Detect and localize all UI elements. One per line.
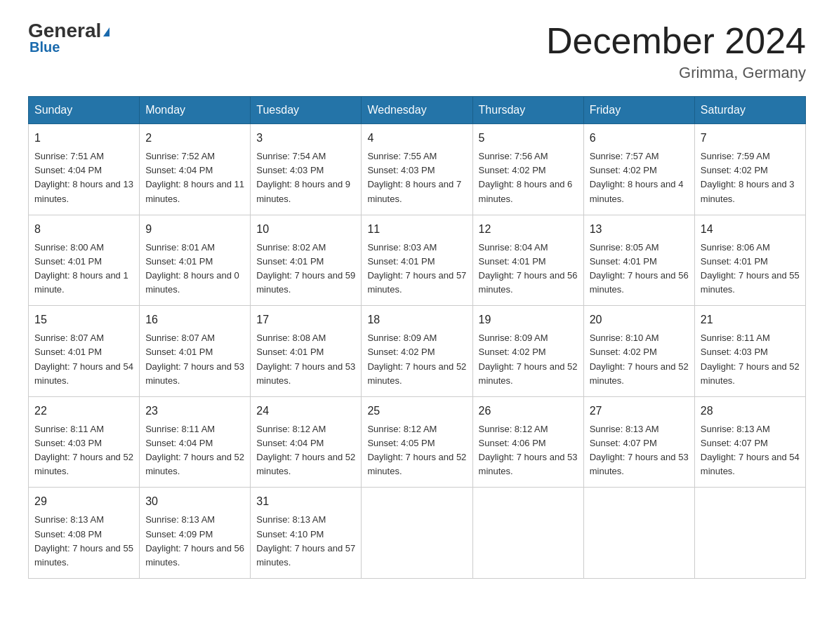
day-info: Sunrise: 8:04 AMSunset: 4:01 PMDaylight:… <box>479 242 578 295</box>
day-cell-1: 1Sunrise: 7:51 AMSunset: 4:04 PMDaylight… <box>29 124 140 215</box>
day-info: Sunrise: 7:55 AMSunset: 4:03 PMDaylight:… <box>367 151 461 203</box>
day-info: Sunrise: 8:13 AMSunset: 4:10 PMDaylight:… <box>256 514 355 567</box>
day-info: Sunrise: 7:51 AMSunset: 4:04 PMDaylight:… <box>34 151 133 203</box>
day-info: Sunrise: 8:00 AMSunset: 4:01 PMDaylight:… <box>34 242 128 295</box>
day-info: Sunrise: 8:03 AMSunset: 4:01 PMDaylight:… <box>367 242 466 295</box>
day-info: Sunrise: 8:11 AMSunset: 4:03 PMDaylight:… <box>701 333 800 385</box>
day-cell-8: 8Sunrise: 8:00 AMSunset: 4:01 PMDaylight… <box>29 215 140 306</box>
day-cell-13: 13Sunrise: 8:05 AMSunset: 4:01 PMDayligh… <box>583 215 694 306</box>
col-header-monday: Monday <box>140 97 251 124</box>
day-info: Sunrise: 8:01 AMSunset: 4:01 PMDaylight:… <box>145 242 239 295</box>
day-cell-18: 18Sunrise: 8:09 AMSunset: 4:02 PMDayligh… <box>362 306 472 397</box>
day-info: Sunrise: 8:02 AMSunset: 4:01 PMDaylight:… <box>256 242 355 295</box>
day-info: Sunrise: 7:54 AMSunset: 4:03 PMDaylight:… <box>256 151 350 203</box>
day-number: 13 <box>590 221 689 238</box>
day-cell-15: 15Sunrise: 8:07 AMSunset: 4:01 PMDayligh… <box>29 306 140 397</box>
day-number: 25 <box>367 403 466 420</box>
day-number: 28 <box>701 403 800 420</box>
day-number: 29 <box>34 493 133 510</box>
day-cell-27: 27Sunrise: 8:13 AMSunset: 4:07 PMDayligh… <box>583 396 694 488</box>
location: Grimma, Germany <box>546 64 806 82</box>
day-number: 20 <box>590 311 689 328</box>
day-number: 21 <box>701 311 800 328</box>
empty-cell <box>583 488 694 579</box>
day-cell-19: 19Sunrise: 8:09 AMSunset: 4:02 PMDayligh… <box>472 306 583 397</box>
week-row-1: 1Sunrise: 7:51 AMSunset: 4:04 PMDaylight… <box>29 124 806 215</box>
day-number: 31 <box>256 493 355 510</box>
day-info: Sunrise: 7:56 AMSunset: 4:02 PMDaylight:… <box>479 151 573 203</box>
col-header-wednesday: Wednesday <box>362 97 472 124</box>
day-info: Sunrise: 8:07 AMSunset: 4:01 PMDaylight:… <box>145 333 244 385</box>
day-cell-31: 31Sunrise: 8:13 AMSunset: 4:10 PMDayligh… <box>251 488 362 579</box>
day-info: Sunrise: 7:52 AMSunset: 4:04 PMDaylight:… <box>145 151 244 203</box>
day-info: Sunrise: 8:09 AMSunset: 4:02 PMDaylight:… <box>367 333 466 385</box>
day-cell-11: 11Sunrise: 8:03 AMSunset: 4:01 PMDayligh… <box>362 215 472 306</box>
day-cell-26: 26Sunrise: 8:12 AMSunset: 4:06 PMDayligh… <box>472 396 583 488</box>
day-number: 8 <box>34 221 133 238</box>
day-cell-6: 6Sunrise: 7:57 AMSunset: 4:02 PMDaylight… <box>583 124 694 215</box>
day-cell-23: 23Sunrise: 8:11 AMSunset: 4:04 PMDayligh… <box>140 396 251 488</box>
day-number: 24 <box>256 403 355 420</box>
day-number: 17 <box>256 311 355 328</box>
day-number: 22 <box>34 403 133 420</box>
day-cell-24: 24Sunrise: 8:12 AMSunset: 4:04 PMDayligh… <box>251 396 362 488</box>
day-number: 7 <box>701 130 800 147</box>
day-info: Sunrise: 8:12 AMSunset: 4:04 PMDaylight:… <box>256 424 355 476</box>
day-number: 5 <box>479 130 578 147</box>
day-cell-30: 30Sunrise: 8:13 AMSunset: 4:09 PMDayligh… <box>140 488 251 579</box>
day-info: Sunrise: 8:13 AMSunset: 4:07 PMDaylight:… <box>701 424 800 476</box>
title-block: December 2024 Grimma, Germany <box>546 21 806 82</box>
day-cell-5: 5Sunrise: 7:56 AMSunset: 4:02 PMDaylight… <box>472 124 583 215</box>
calendar-header-row: SundayMondayTuesdayWednesdayThursdayFrid… <box>29 97 806 124</box>
day-cell-25: 25Sunrise: 8:12 AMSunset: 4:05 PMDayligh… <box>362 396 472 488</box>
day-info: Sunrise: 8:06 AMSunset: 4:01 PMDaylight:… <box>701 242 800 295</box>
day-cell-3: 3Sunrise: 7:54 AMSunset: 4:03 PMDaylight… <box>251 124 362 215</box>
week-row-2: 8Sunrise: 8:00 AMSunset: 4:01 PMDaylight… <box>29 215 806 306</box>
col-header-thursday: Thursday <box>472 97 583 124</box>
day-info: Sunrise: 8:11 AMSunset: 4:04 PMDaylight:… <box>145 424 244 476</box>
day-cell-16: 16Sunrise: 8:07 AMSunset: 4:01 PMDayligh… <box>140 306 251 397</box>
day-cell-17: 17Sunrise: 8:08 AMSunset: 4:01 PMDayligh… <box>251 306 362 397</box>
day-info: Sunrise: 8:11 AMSunset: 4:03 PMDaylight:… <box>34 424 133 476</box>
day-info: Sunrise: 7:57 AMSunset: 4:02 PMDaylight:… <box>590 151 684 203</box>
day-number: 12 <box>479 221 578 238</box>
day-number: 4 <box>367 130 466 147</box>
week-row-3: 15Sunrise: 8:07 AMSunset: 4:01 PMDayligh… <box>29 306 806 397</box>
month-title: December 2024 <box>546 21 806 61</box>
day-number: 6 <box>590 130 689 147</box>
col-header-tuesday: Tuesday <box>251 97 362 124</box>
day-info: Sunrise: 8:08 AMSunset: 4:01 PMDaylight:… <box>256 333 355 385</box>
day-cell-21: 21Sunrise: 8:11 AMSunset: 4:03 PMDayligh… <box>694 306 805 397</box>
day-info: Sunrise: 8:13 AMSunset: 4:09 PMDaylight:… <box>145 514 244 567</box>
day-number: 14 <box>701 221 800 238</box>
day-number: 16 <box>145 311 244 328</box>
day-cell-14: 14Sunrise: 8:06 AMSunset: 4:01 PMDayligh… <box>694 215 805 306</box>
day-cell-12: 12Sunrise: 8:04 AMSunset: 4:01 PMDayligh… <box>472 215 583 306</box>
col-header-saturday: Saturday <box>694 97 805 124</box>
day-number: 26 <box>479 403 578 420</box>
logo-blue: Blue <box>29 39 60 55</box>
day-cell-28: 28Sunrise: 8:13 AMSunset: 4:07 PMDayligh… <box>694 396 805 488</box>
day-number: 27 <box>590 403 689 420</box>
day-cell-4: 4Sunrise: 7:55 AMSunset: 4:03 PMDaylight… <box>362 124 472 215</box>
day-number: 3 <box>256 130 355 147</box>
day-info: Sunrise: 8:12 AMSunset: 4:06 PMDaylight:… <box>479 424 578 476</box>
day-number: 30 <box>145 493 244 510</box>
page-header: General Blue December 2024 Grimma, Germa… <box>28 21 806 82</box>
day-number: 2 <box>145 130 244 147</box>
day-number: 11 <box>367 221 466 238</box>
empty-cell <box>362 488 472 579</box>
calendar-table: SundayMondayTuesdayWednesdayThursdayFrid… <box>28 96 806 579</box>
day-number: 19 <box>479 311 578 328</box>
day-info: Sunrise: 7:59 AMSunset: 4:02 PMDaylight:… <box>701 151 795 203</box>
day-number: 10 <box>256 221 355 238</box>
col-header-sunday: Sunday <box>29 97 140 124</box>
day-info: Sunrise: 8:09 AMSunset: 4:02 PMDaylight:… <box>479 333 578 385</box>
empty-cell <box>694 488 805 579</box>
day-number: 15 <box>34 311 133 328</box>
day-info: Sunrise: 8:07 AMSunset: 4:01 PMDaylight:… <box>34 333 133 385</box>
day-cell-9: 9Sunrise: 8:01 AMSunset: 4:01 PMDaylight… <box>140 215 251 306</box>
day-info: Sunrise: 8:12 AMSunset: 4:05 PMDaylight:… <box>367 424 466 476</box>
day-info: Sunrise: 8:10 AMSunset: 4:02 PMDaylight:… <box>590 333 689 385</box>
empty-cell <box>472 488 583 579</box>
